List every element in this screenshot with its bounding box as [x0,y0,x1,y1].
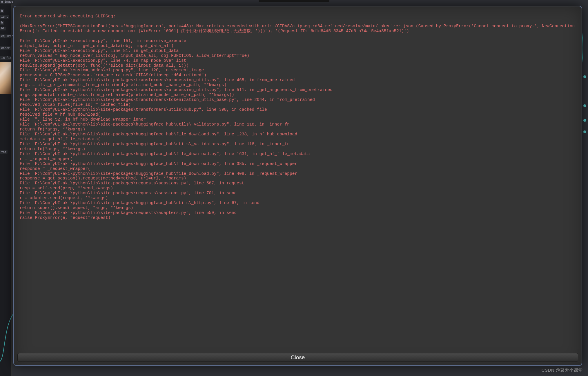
node-port[interactable] [583,104,586,107]
panel-label: h [0,21,4,25]
panel-label: equired [0,34,14,38]
close-button-label: Close [291,354,305,361]
panel-label: ender [0,46,11,50]
panel-label: ht [0,27,6,30]
panel-label: h [0,9,4,13]
node-port[interactable] [583,130,586,133]
image-thumbnail[interactable] [0,62,12,94]
error-dialog: Error occurred when executing CLIPSeg: (… [13,6,582,366]
close-button[interactable]: Close [17,353,578,362]
panel-label: Im [0,56,6,60]
top-tab-indicator [259,0,329,2]
panel-label: ight [0,15,9,19]
error-text-block[interactable]: Error occurred when executing CLIPSeg: (… [17,10,578,352]
panel-label: vae [0,150,8,154]
node-port[interactable] [583,119,586,122]
panel-label: n Image [0,0,14,4]
